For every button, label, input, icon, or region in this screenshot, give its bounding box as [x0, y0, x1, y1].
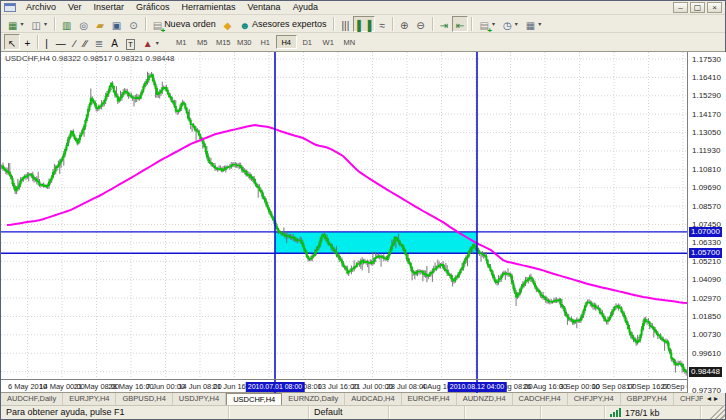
vline-date-tag: 2010.07.01 08:00 [246, 382, 305, 392]
chart-tab-eurnzd-daily[interactable]: EURNZD,Daily [282, 393, 345, 405]
timeframe-bar: M1M5M15M30H1H4D1W1MN [171, 35, 360, 49]
indicators-dropdown-icon[interactable]: ▾ [492, 20, 495, 27]
minimize-button[interactable]: – [673, 2, 688, 13]
zoom-out-button[interactable]: ⊖ [412, 16, 428, 32]
templates-dropdown-icon[interactable]: ▾ [538, 20, 541, 27]
arrows-tool-dropdown-icon[interactable]: ▾ [156, 39, 159, 46]
toolbar-separator [333, 17, 334, 31]
status-bar: Para obtener ayuda, pulse F1 Default 178… [1, 406, 725, 419]
bar-chart-mode-icon: ||| [341, 20, 349, 31]
chart-tab-audchf-daily[interactable]: AUDCHF,Daily [1, 393, 63, 405]
label-tool-button[interactable]: T [122, 34, 139, 50]
profiles-button[interactable]: ◫▾ [27, 16, 50, 32]
periods-icon: ◷ [503, 20, 512, 31]
status-help-text: Para obtener ayuda, pulse F1 [1, 406, 229, 419]
chart-tab-eurchf-h4[interactable]: EURCHF,H4 [402, 393, 457, 405]
horizontal-line-tool-button[interactable]: — [52, 34, 70, 50]
restore-button[interactable]: ▢ [690, 2, 705, 13]
bar-chart-mode-button[interactable]: ||| [337, 16, 353, 32]
chart-tab-eurjpy-h4[interactable]: EURJPY,H4 [63, 393, 116, 405]
timeframe-m1[interactable]: M1 [171, 35, 192, 49]
text-tool-icon: A [111, 38, 118, 49]
timeframe-w1[interactable]: W1 [318, 35, 339, 49]
line-chart-mode-button[interactable]: ≈ [375, 16, 389, 32]
new-chart-button[interactable]: ▦▾ [4, 16, 27, 32]
tab-scroll-right-icon[interactable]: ▸ [714, 394, 721, 403]
menu-ayuda[interactable]: Ayuda [287, 1, 324, 14]
new-chart-icon: ▦ [8, 20, 17, 31]
horizontal-line-tool-icon: — [56, 38, 66, 49]
price-axis-label: 0.99610 [692, 349, 721, 358]
chart-tab-chfjpy-h4[interactable]: CHFJPY,H4 [568, 393, 621, 405]
timeframe-h1[interactable]: H1 [255, 35, 276, 49]
hline-price-tag: 1.07000 [689, 227, 722, 237]
timeframe-m15[interactable]: M15 [213, 35, 234, 49]
chart-canvas[interactable] [1, 52, 687, 393]
chart-tab-usdjpy-h4[interactable]: USDJPY,H4 [173, 393, 226, 405]
chart-tab-usdchf-h4[interactable]: USDCHF,H4 [226, 393, 282, 405]
price-axis[interactable]: 1.175301.164101.152901.141701.130501.119… [687, 52, 726, 393]
menu-archivo[interactable]: Archivo [20, 1, 62, 14]
strategy-tester-button[interactable]: ⊙ [125, 16, 141, 32]
timeframe-d1[interactable]: D1 [297, 35, 318, 49]
arrows-tool-button[interactable]: ▲▾ [139, 34, 163, 50]
chart-tab-cadchf-h4[interactable]: CADCHF,H4 [513, 393, 568, 405]
chart-tab-gbpusd-h4[interactable]: GBPUSD,H4 [116, 393, 172, 405]
mt4-window: ArchivoVerInsertarGráficosHerramientasVe… [0, 0, 726, 420]
timeframe-h4[interactable]: H4 [276, 35, 297, 49]
price-axis-label: 0.97370 [692, 386, 721, 395]
crosshair-button[interactable]: + [20, 34, 34, 50]
timeframe-mn[interactable]: MN [339, 35, 360, 49]
periods-dropdown-icon[interactable]: ▾ [515, 20, 518, 27]
close-button[interactable]: × [707, 2, 722, 13]
chart-tab-audcad-h4[interactable]: AUDCAD,H4 [345, 393, 401, 405]
menu-ventana[interactable]: Ventana [242, 1, 287, 14]
trendline-tool-button[interactable]: ∕ [70, 34, 80, 50]
new-chart-dropdown-icon[interactable]: ▾ [20, 20, 23, 27]
text-tool-button[interactable]: A [107, 34, 122, 50]
resize-grip[interactable] [701, 406, 725, 419]
metaeditor-icon: ◆ [224, 20, 232, 31]
metaeditor-button[interactable]: ◆ [220, 16, 236, 32]
terminal-button[interactable]: ▣ [108, 16, 125, 32]
time-axis[interactable]: 6 May 201014 May 00:0021 May 08:0028 May… [1, 380, 687, 393]
line-chart-mode-icon: ≈ [379, 20, 385, 31]
menu-ver[interactable]: Ver [62, 1, 88, 14]
menu-gr-ficos[interactable]: Gráficos [130, 1, 176, 14]
profiles-dropdown-icon[interactable]: ▾ [44, 20, 47, 27]
data-window-button[interactable]: ◎ [75, 16, 92, 32]
hline-price-tag: 1.05700 [689, 248, 722, 258]
timeframe-m30[interactable]: M30 [234, 35, 255, 49]
menu-herramientas[interactable]: Herramientas [176, 1, 242, 14]
candlestick-mode-button[interactable]: ▌▐ [353, 16, 375, 32]
market-watch-button[interactable]: ▥ [58, 16, 75, 32]
indicators-button[interactable]: ▤+▾ [475, 16, 498, 32]
chart-tab-audnzd-h4[interactable]: AUDNZD,H4 [457, 393, 513, 405]
auto-scroll-button[interactable]: ⇥ [436, 16, 452, 32]
new-order-button[interactable]: ▤+Nueva orden [149, 16, 220, 32]
expert-advisors-button[interactable]: ☻Asesores expertos [235, 16, 330, 32]
tab-scroll-left-icon[interactable]: ◂ [707, 394, 714, 403]
fibonacci-tool-button[interactable]: ≣ [91, 34, 107, 50]
strategy-tester-icon: ⊙ [129, 20, 137, 31]
status-connection: 178/1 kb [605, 406, 701, 419]
vertical-line-tool-button[interactable]: | [41, 34, 52, 50]
menu-insertar[interactable]: Insertar [88, 1, 131, 14]
chart-tab-gbpjpy-h4[interactable]: GBPJPY,H4 [621, 393, 674, 405]
trendline-tool-icon: ∕ [74, 38, 76, 49]
channel-tool-button[interactable]: ∕∕ [80, 34, 91, 50]
chart-shift-button[interactable]: ⇤ [452, 16, 468, 32]
timeframe-m5[interactable]: M5 [192, 35, 213, 49]
cursor-button[interactable]: ↖ [4, 34, 20, 50]
navigator-button[interactable]: ▰ [92, 16, 108, 32]
price-axis-label: 1.13050 [692, 128, 721, 137]
zoom-in-button[interactable]: ⊕ [396, 16, 412, 32]
toolbar-separator [145, 17, 146, 31]
chart-area[interactable]: USDCHF,H4 0.98322 0.98517 0.98321 0.9844… [1, 52, 725, 393]
status-profile[interactable]: Default [309, 406, 389, 419]
tab-scroll-arrows[interactable]: ◂▸ [703, 393, 725, 405]
price-axis-label: 1.04090 [692, 275, 721, 284]
templates-button[interactable]: ▦▾ [522, 16, 545, 32]
periods-button[interactable]: ◷▾ [499, 16, 522, 32]
auto-scroll-icon: ⇥ [440, 20, 448, 31]
